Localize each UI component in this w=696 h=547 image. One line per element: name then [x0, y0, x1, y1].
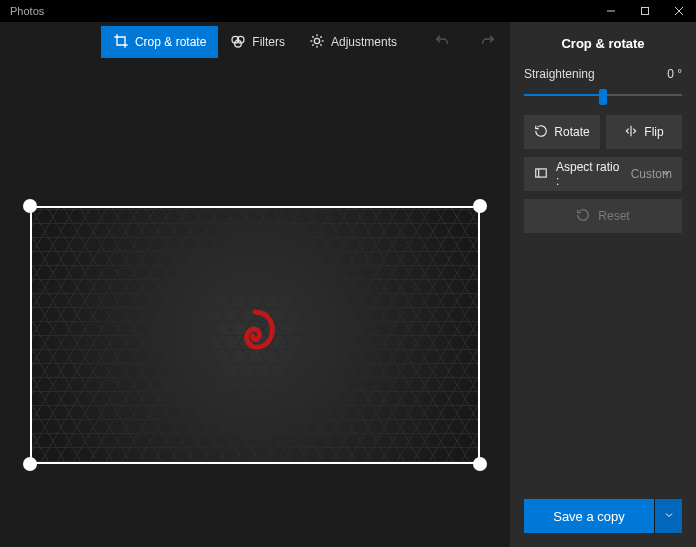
svg-line-14 [320, 36, 321, 37]
minimize-button[interactable] [594, 0, 628, 22]
reset-icon [576, 208, 590, 225]
rotate-label: Rotate [554, 125, 589, 139]
aspect-ratio-dropdown[interactable]: Aspect ratio : Custom [524, 157, 682, 191]
titlebar: Photos [0, 0, 696, 22]
side-panel: Crop & rotate Straightening 0 ° Rotate [510, 22, 696, 547]
tab-crop-rotate[interactable]: Crop & rotate [101, 26, 218, 58]
flip-icon [624, 124, 638, 141]
canvas [0, 62, 510, 547]
tab-filters-label: Filters [252, 35, 285, 49]
tab-filters[interactable]: Filters [218, 26, 297, 58]
straightening-label: Straightening [524, 67, 595, 81]
edit-toolbar: Crop & rotate Filters Adjustments [0, 22, 510, 62]
straightening-section: Straightening 0 ° [510, 61, 696, 115]
crop-handle-tr[interactable] [473, 199, 487, 213]
crop-handle-tl[interactable] [23, 199, 37, 213]
crop-handle-bl[interactable] [23, 457, 37, 471]
save-label: Save a copy [553, 509, 625, 524]
close-button[interactable] [662, 0, 696, 22]
svg-line-13 [320, 44, 321, 45]
rotate-icon [534, 124, 548, 141]
crop-handle-br[interactable] [473, 457, 487, 471]
slider-thumb[interactable] [599, 89, 607, 105]
tab-adjustments[interactable]: Adjustments [297, 26, 409, 58]
svg-line-15 [312, 44, 313, 45]
flip-label: Flip [644, 125, 663, 139]
content: Crop & rotate Filters Adjustments [0, 22, 696, 547]
history-buttons [434, 22, 496, 62]
swirl-logo [225, 303, 285, 366]
chevron-down-icon [660, 167, 672, 182]
svg-point-7 [314, 38, 319, 43]
tab-adjust-label: Adjustments [331, 35, 397, 49]
aspect-label: Aspect ratio : [556, 160, 623, 188]
chevron-down-icon [663, 509, 675, 524]
filters-icon [230, 33, 246, 52]
adjustments-icon [309, 33, 325, 52]
editor-area: Crop & rotate Filters Adjustments [0, 22, 510, 547]
window-controls [594, 0, 696, 22]
panel-title: Crop & rotate [510, 22, 696, 61]
svg-rect-17 [536, 168, 547, 176]
svg-line-12 [312, 36, 313, 37]
rotate-button[interactable]: Rotate [524, 115, 600, 149]
undo-button[interactable] [434, 33, 450, 52]
straightening-slider[interactable] [524, 87, 682, 103]
straightening-value: 0 ° [667, 67, 682, 81]
crop-icon [113, 33, 129, 52]
redo-button[interactable] [480, 33, 496, 52]
maximize-button[interactable] [628, 0, 662, 22]
save-a-copy-button[interactable]: Save a copy [524, 499, 654, 533]
flip-button[interactable]: Flip [606, 115, 682, 149]
tab-crop-label: Crop & rotate [135, 35, 206, 49]
aspect-icon [534, 166, 548, 183]
svg-rect-1 [642, 8, 649, 15]
image-preview [30, 206, 480, 464]
app-title: Photos [10, 5, 44, 17]
reset-label: Reset [598, 209, 629, 223]
save-more-button[interactable] [654, 499, 682, 533]
reset-button[interactable]: Reset [524, 199, 682, 233]
crop-frame[interactable] [30, 206, 480, 464]
